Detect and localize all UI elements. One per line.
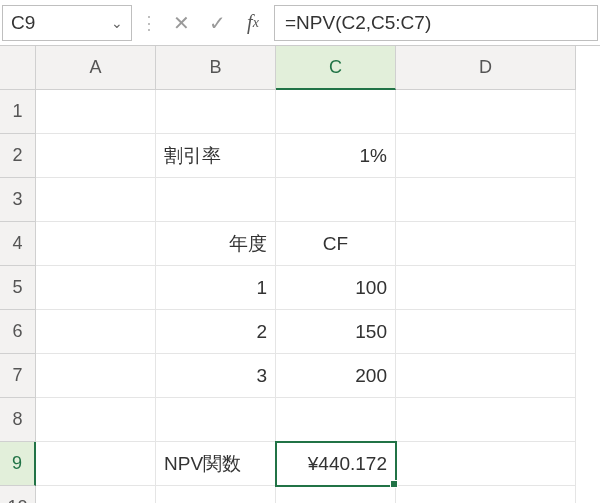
cell-B8[interactable] bbox=[156, 398, 276, 442]
cell-D6[interactable] bbox=[396, 310, 576, 354]
row-header-1[interactable]: 1 bbox=[0, 90, 36, 134]
cell-A7[interactable] bbox=[36, 354, 156, 398]
cell-D9[interactable] bbox=[396, 442, 576, 486]
row-header-4[interactable]: 4 bbox=[0, 222, 36, 266]
cell-A4[interactable] bbox=[36, 222, 156, 266]
cell-A10[interactable] bbox=[36, 486, 156, 503]
row-header-10[interactable]: 10 bbox=[0, 486, 36, 503]
cell-D2[interactable] bbox=[396, 134, 576, 178]
cell-A5[interactable] bbox=[36, 266, 156, 310]
cell-B2[interactable]: 割引率 bbox=[156, 134, 276, 178]
cell-C3[interactable] bbox=[276, 178, 396, 222]
formula-bar: C9 ⌄ ⋮ ✕ ✓ fx =NPV(C2,C5:C7) bbox=[0, 0, 600, 46]
cell-C5[interactable]: 100 bbox=[276, 266, 396, 310]
row-header-2[interactable]: 2 bbox=[0, 134, 36, 178]
cell-A6[interactable] bbox=[36, 310, 156, 354]
col-header-A[interactable]: A bbox=[36, 46, 156, 90]
cell-D10[interactable] bbox=[396, 486, 576, 503]
accept-formula-button: ✓ bbox=[202, 5, 232, 41]
cell-C7[interactable]: 200 bbox=[276, 354, 396, 398]
cell-A2[interactable] bbox=[36, 134, 156, 178]
cell-A9[interactable] bbox=[36, 442, 156, 486]
cell-B1[interactable] bbox=[156, 90, 276, 134]
chevron-down-icon[interactable]: ⌄ bbox=[111, 15, 123, 31]
row-header-7[interactable]: 7 bbox=[0, 354, 36, 398]
cell-C9[interactable]: ¥440.172 bbox=[276, 442, 396, 486]
spreadsheet-grid[interactable]: A B C D 1 2 割引率 1% 3 4 年度 CF 5 1 100 6 2… bbox=[0, 46, 600, 503]
formula-text: =NPV(C2,C5:C7) bbox=[285, 12, 431, 34]
col-header-C[interactable]: C bbox=[276, 46, 396, 90]
cell-D4[interactable] bbox=[396, 222, 576, 266]
cell-B3[interactable] bbox=[156, 178, 276, 222]
formula-input[interactable]: =NPV(C2,C5:C7) bbox=[274, 5, 598, 41]
cell-D5[interactable] bbox=[396, 266, 576, 310]
col-header-B[interactable]: B bbox=[156, 46, 276, 90]
cell-C10[interactable] bbox=[276, 486, 396, 503]
cell-B4[interactable]: 年度 bbox=[156, 222, 276, 266]
row-header-3[interactable]: 3 bbox=[0, 178, 36, 222]
row-header-8[interactable]: 8 bbox=[0, 398, 36, 442]
cell-C1[interactable] bbox=[276, 90, 396, 134]
col-header-D[interactable]: D bbox=[396, 46, 576, 90]
name-box[interactable]: C9 ⌄ bbox=[2, 5, 132, 41]
cancel-formula-button: ✕ bbox=[166, 5, 196, 41]
row-header-9[interactable]: 9 bbox=[0, 442, 36, 486]
cell-B10[interactable] bbox=[156, 486, 276, 503]
cell-C2[interactable]: 1% bbox=[276, 134, 396, 178]
cell-B6[interactable]: 2 bbox=[156, 310, 276, 354]
cell-B5[interactable]: 1 bbox=[156, 266, 276, 310]
divider-icon: ⋮ bbox=[138, 14, 160, 32]
cell-C6[interactable]: 150 bbox=[276, 310, 396, 354]
cell-D7[interactable] bbox=[396, 354, 576, 398]
cell-D1[interactable] bbox=[396, 90, 576, 134]
cell-B9[interactable]: NPV関数 bbox=[156, 442, 276, 486]
cell-C8[interactable] bbox=[276, 398, 396, 442]
cell-A1[interactable] bbox=[36, 90, 156, 134]
row-header-6[interactable]: 6 bbox=[0, 310, 36, 354]
cell-D3[interactable] bbox=[396, 178, 576, 222]
row-header-5[interactable]: 5 bbox=[0, 266, 36, 310]
cell-D8[interactable] bbox=[396, 398, 576, 442]
cell-A8[interactable] bbox=[36, 398, 156, 442]
cell-B7[interactable]: 3 bbox=[156, 354, 276, 398]
select-all-corner[interactable] bbox=[0, 46, 36, 90]
name-box-value: C9 bbox=[11, 12, 35, 34]
insert-function-button[interactable]: fx bbox=[238, 5, 268, 41]
cell-C4[interactable]: CF bbox=[276, 222, 396, 266]
cell-A3[interactable] bbox=[36, 178, 156, 222]
